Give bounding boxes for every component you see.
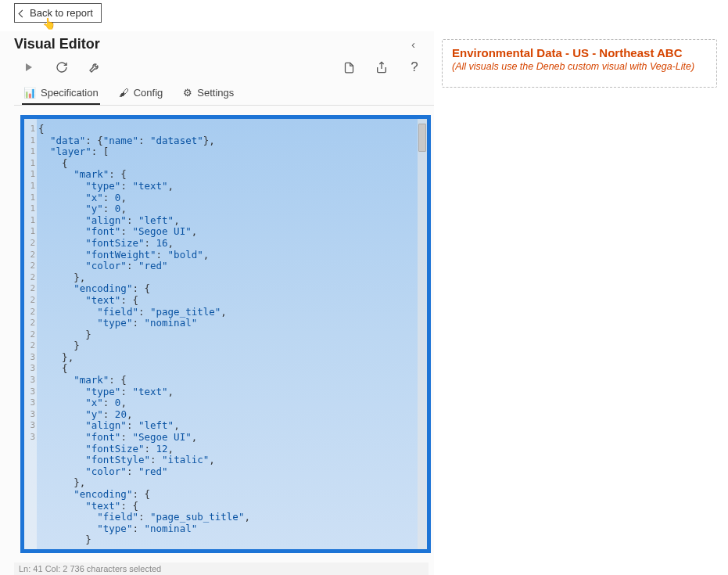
gear-icon: ⚙ [183,87,192,99]
visual-editor-header: Visual Editor ‹ [14,34,434,54]
toolbar-right-group: ? [342,60,421,74]
new-file-icon[interactable] [342,60,356,74]
refresh-icon[interactable] [55,60,69,74]
editor-toolbar: ? [14,59,434,82]
panel-title: Visual Editor [14,36,100,52]
deneb-visual[interactable]: Environmental Data - US - Northeast ABC … [442,39,717,88]
visual-editor-pane: Visual Editor ‹ ? [0,31,434,575]
export-icon[interactable] [375,60,389,74]
wrench-icon[interactable] [88,60,102,74]
visual-subtitle: (All visuals use the Deneb custom visual… [452,61,707,72]
back-label: Back to report [30,7,93,19]
bar-chart-icon: 📊 [23,87,36,99]
code-editor[interactable]: 1 1 1 1 1 1 1 1 1 1 2 2 2 2 2 2 2 2 2 2 … [24,119,427,549]
tab-label: Settings [197,87,234,99]
back-to-report-button[interactable]: Back to report [14,3,102,23]
report-canvas: Environmental Data - US - Northeast ABC … [434,31,728,575]
vertical-scrollbar[interactable] [418,119,427,549]
tab-label: Config [134,87,163,99]
main-layout: Visual Editor ‹ ? [0,31,728,575]
play-icon[interactable] [22,60,36,74]
editor-tabs: 📊 Specification 🖌 Config ⚙ Settings [14,82,434,106]
code-textarea[interactable]: { "data": {"name": "dataset"}, "layer": … [37,119,418,549]
visual-title: Environmental Data - US - Northeast ABC [452,46,707,59]
editor-status-bar: Ln: 41 Col: 2 736 characters selected [14,562,429,575]
scrollbar-thumb[interactable] [418,124,426,152]
code-editor-highlight: 1 1 1 1 1 1 1 1 1 1 2 2 2 2 2 2 2 2 2 2 … [20,115,431,553]
status-text: Ln: 41 Col: 2 736 characters selected [19,564,161,573]
tab-config[interactable]: 🖌 Config [117,82,165,105]
toolbar-left-group [22,60,102,74]
tab-settings[interactable]: ⚙ Settings [181,82,235,105]
tab-specification[interactable]: 📊 Specification [22,82,100,105]
help-icon[interactable]: ? [407,60,421,74]
collapse-pane-button[interactable]: ‹ [405,34,421,54]
chevron-left-icon [20,7,25,19]
brush-icon: 🖌 [119,87,129,99]
line-number-gutter: 1 1 1 1 1 1 1 1 1 1 2 2 2 2 2 2 2 2 2 2 … [24,119,37,549]
tab-label: Specification [41,87,99,99]
